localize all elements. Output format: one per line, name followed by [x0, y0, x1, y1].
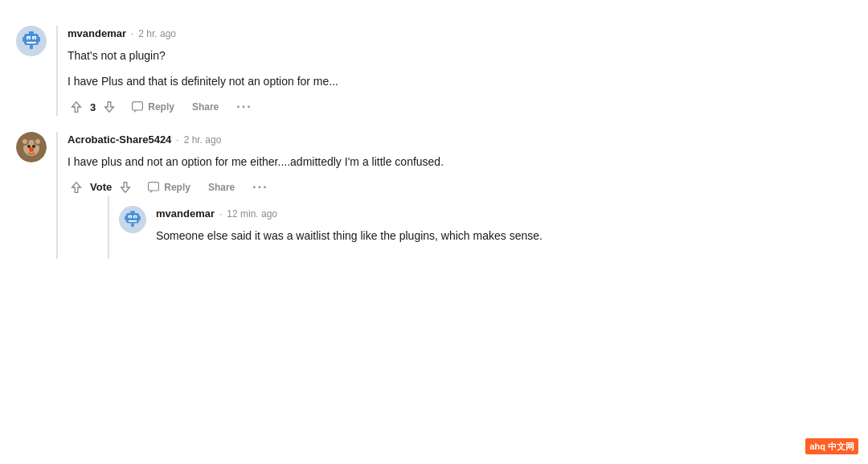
- svg-rect-7: [34, 38, 35, 39]
- svg-rect-25: [138, 216, 141, 220]
- share-label-1: Share: [192, 101, 219, 113]
- comment-2-text: I have plus and not an option for me eit…: [68, 153, 852, 170]
- reply-label-2: Reply: [164, 182, 190, 193]
- comment-3: mvandemar · 12 min. ago Someone else sai…: [109, 196, 852, 259]
- svg-rect-21: [149, 183, 159, 191]
- reply-button-1[interactable]: Reply: [126, 98, 179, 116]
- svg-point-16: [23, 139, 27, 144]
- downvote-icon: [102, 100, 117, 114]
- comment-2-meta: Acrobatic-Share5424 · 2 hr. ago: [68, 132, 852, 148]
- avatar-mvandemar: [16, 26, 47, 56]
- svg-rect-10: [30, 45, 33, 49]
- reply-button-2[interactable]: Reply: [142, 179, 195, 196]
- svg-rect-24: [125, 216, 127, 220]
- comment-2-vote-text: Vote: [90, 179, 112, 195]
- chat-icon-1: [131, 101, 144, 113]
- svg-rect-30: [129, 220, 137, 222]
- comment-2-actions: Vote Reply: [68, 179, 852, 196]
- svg-point-20: [29, 147, 34, 152]
- comment-2-dot: ·: [176, 133, 178, 147]
- svg-point-19: [32, 145, 35, 148]
- comment-2: Acrobatic-Share5424 · 2 hr. ago I have p…: [16, 122, 852, 265]
- comment-1-text: That's not a plugin? I have Plus and tha…: [68, 47, 852, 91]
- comment-3-meta: mvandemar · 12 min. ago: [156, 206, 852, 222]
- downvote-icon-2: [118, 180, 133, 195]
- svg-rect-8: [27, 42, 36, 43]
- svg-rect-2: [23, 37, 25, 42]
- share-button-1[interactable]: Share: [187, 99, 223, 115]
- comment-3-time: 12 min. ago: [227, 207, 277, 221]
- page-container: mvandemar · 2 hr. ago That's not a plugi…: [0, 0, 868, 281]
- svg-rect-31: [130, 211, 134, 214]
- downvote-button[interactable]: [100, 98, 118, 116]
- svg-rect-3: [38, 37, 40, 42]
- avatar-acrobatic: [16, 132, 47, 162]
- svg-rect-29: [134, 216, 136, 218]
- upvote-button[interactable]: [68, 98, 85, 116]
- svg-point-17: [35, 139, 40, 144]
- comment-1-line1: That's not a plugin?: [68, 47, 852, 64]
- comment-2-vote-section: Vote: [68, 179, 134, 196]
- comment-1-line2: I have Plus and that is definitely not a…: [68, 72, 852, 90]
- comment-3-author: mvandemar: [156, 206, 215, 222]
- replies-section: mvandemar · 12 min. ago Someone else sai…: [108, 196, 852, 259]
- comment-2-time: 2 hr. ago: [184, 133, 222, 147]
- comment-3-dot: ·: [219, 207, 222, 221]
- share-label-2: Share: [208, 182, 235, 193]
- svg-rect-28: [129, 216, 131, 218]
- comment-1-body: mvandemar · 2 hr. ago That's not a plugi…: [56, 26, 852, 116]
- downvote-button-2[interactable]: [117, 179, 134, 196]
- more-button-1[interactable]: ···: [231, 98, 256, 116]
- comment-1-dot: ·: [131, 27, 133, 41]
- svg-point-18: [27, 145, 31, 148]
- svg-rect-9: [29, 31, 34, 35]
- share-button-2[interactable]: Share: [203, 179, 240, 195]
- comment-1-vote-section: 3: [68, 98, 118, 116]
- comment-1-author: mvandemar: [68, 26, 126, 42]
- comment-2-author: Acrobatic-Share5424: [68, 132, 171, 148]
- comment-3-text: Someone else said it was a waitlist thin…: [156, 227, 852, 244]
- comment-3-body: mvandemar · 12 min. ago Someone else sai…: [156, 206, 852, 253]
- upvote-button-2[interactable]: [68, 179, 85, 196]
- svg-rect-6: [28, 38, 30, 39]
- more-label-1: ···: [236, 100, 252, 113]
- svg-rect-32: [131, 224, 134, 227]
- avatar-mvandemar-nested: [119, 206, 146, 233]
- upvote-icon: [69, 100, 84, 114]
- comment-thread: mvandemar · 2 hr. ago That's not a plugi…: [16, 16, 852, 265]
- svg-rect-11: [133, 102, 143, 110]
- chat-icon-2: [147, 181, 160, 194]
- reply-label-1: Reply: [148, 101, 174, 113]
- comment-1-meta: mvandemar · 2 hr. ago: [68, 26, 852, 42]
- more-label-2: ···: [252, 180, 268, 194]
- comment-2-body: Acrobatic-Share5424 · 2 hr. ago I have p…: [56, 132, 852, 259]
- upvote-icon-2: [69, 180, 84, 195]
- comment-1-vote-count: 3: [90, 100, 96, 116]
- comment-1-actions: 3 Reply: [68, 98, 852, 116]
- comment-1: mvandemar · 2 hr. ago That's not a plugi…: [16, 16, 852, 122]
- comment-1-time: 2 hr. ago: [138, 27, 176, 41]
- more-button-2[interactable]: ···: [248, 179, 272, 196]
